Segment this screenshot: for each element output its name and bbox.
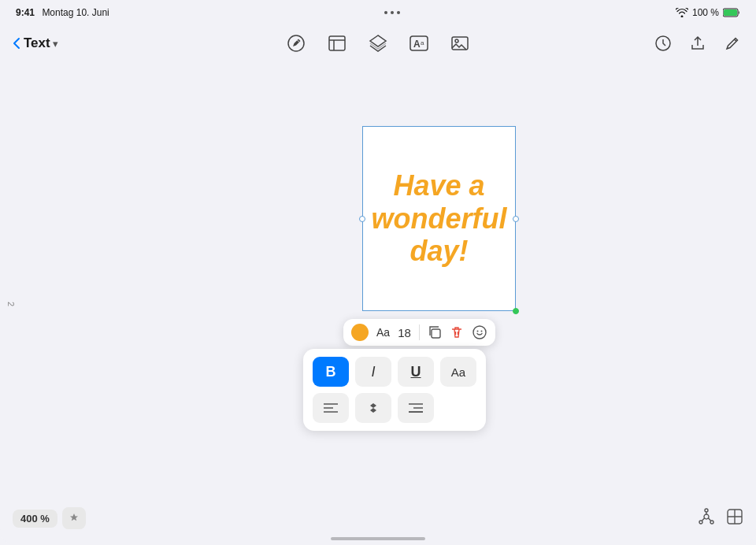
font-size-button[interactable]: Aa xyxy=(440,357,476,387)
view-mode-icon[interactable] xyxy=(726,508,743,529)
dot3 xyxy=(397,11,400,14)
status-center-dots xyxy=(384,11,400,14)
text-box[interactable]: Have awonderfulday! xyxy=(362,126,516,311)
underline-button[interactable]: U xyxy=(398,357,434,387)
resize-handle-left[interactable] xyxy=(359,216,365,222)
wifi-icon xyxy=(676,8,688,17)
font-size-display[interactable]: 18 xyxy=(398,326,411,339)
toolbar-left: Text ▾ xyxy=(13,35,107,51)
title-group[interactable]: Text ▾ xyxy=(24,35,58,51)
toolbar-center: A a xyxy=(107,32,649,54)
svg-point-28 xyxy=(705,509,708,512)
svg-point-15 xyxy=(473,326,486,339)
canvas-area: 2 Have awonderfulday! Aa 18 xyxy=(0,63,756,545)
edit-icon[interactable] xyxy=(721,32,743,54)
status-bar: 9:41 Montag 10. Juni 100 % xyxy=(0,0,756,24)
svg-line-30 xyxy=(708,517,711,521)
page-indicator: 2 xyxy=(6,302,16,306)
text-box-content[interactable]: Have awonderfulday! xyxy=(364,161,515,275)
image-icon[interactable] xyxy=(449,32,471,54)
copy-button[interactable] xyxy=(428,325,442,339)
layers-icon[interactable] xyxy=(367,32,389,54)
bottom-right-icons xyxy=(698,508,743,529)
home-indicator xyxy=(331,537,425,540)
network-diagram-icon[interactable] xyxy=(698,508,715,529)
pencil-circle-icon[interactable] xyxy=(285,32,307,54)
browser-icon[interactable] xyxy=(326,32,348,54)
zoom-percent[interactable]: 400 % xyxy=(13,510,57,528)
svg-rect-9 xyxy=(452,37,468,50)
format-toolbar: B I U Aa xyxy=(303,349,486,431)
more-button[interactable] xyxy=(472,324,487,340)
svg-point-16 xyxy=(476,331,478,332)
toolbar-right xyxy=(649,32,743,54)
font-style-button[interactable]: Aa xyxy=(376,326,390,339)
floating-toolbar: Aa 18 xyxy=(343,319,495,346)
battery-label: 100 % xyxy=(692,7,719,18)
share-icon[interactable] xyxy=(687,32,709,54)
svg-rect-3 xyxy=(329,36,345,50)
align-center-button[interactable] xyxy=(355,393,391,423)
text-format-icon[interactable]: A a xyxy=(408,32,430,54)
dot2 xyxy=(391,11,394,14)
star-button[interactable] xyxy=(62,507,86,529)
svg-rect-12 xyxy=(432,329,440,338)
svg-point-26 xyxy=(699,521,702,524)
svg-text:a: a xyxy=(421,39,424,46)
page-title: Text xyxy=(24,35,50,51)
delete-button[interactable] xyxy=(450,325,464,339)
italic-button[interactable]: I xyxy=(355,357,391,387)
zoom-badge: 400 % xyxy=(13,507,86,529)
svg-line-29 xyxy=(702,517,706,521)
svg-point-10 xyxy=(455,39,458,43)
svg-text:A: A xyxy=(413,39,421,50)
bottom-bar: 400 % xyxy=(13,507,743,529)
battery-icon xyxy=(723,8,740,17)
status-time: 9:41 Montag 10. Juni xyxy=(16,7,109,18)
clock-icon[interactable] xyxy=(652,32,674,54)
svg-point-27 xyxy=(710,521,713,524)
format-row-2 xyxy=(313,393,476,423)
color-picker-dot[interactable] xyxy=(351,324,369,341)
divider-1 xyxy=(419,324,420,340)
resize-handle-right[interactable] xyxy=(513,216,519,222)
align-right-button[interactable] xyxy=(398,393,434,423)
back-button[interactable] xyxy=(13,37,20,50)
align-left-button[interactable] xyxy=(313,393,349,423)
title-chevron: ▾ xyxy=(53,38,58,50)
status-right: 100 % xyxy=(676,7,740,18)
svg-point-17 xyxy=(480,331,482,332)
resize-handle-bottom-right[interactable] xyxy=(513,308,519,314)
top-toolbar: Text ▾ xyxy=(0,24,756,63)
svg-rect-1 xyxy=(724,9,737,16)
bold-button[interactable]: B xyxy=(313,357,349,387)
format-row-1: B I U Aa xyxy=(313,357,476,387)
dot1 xyxy=(384,11,387,14)
